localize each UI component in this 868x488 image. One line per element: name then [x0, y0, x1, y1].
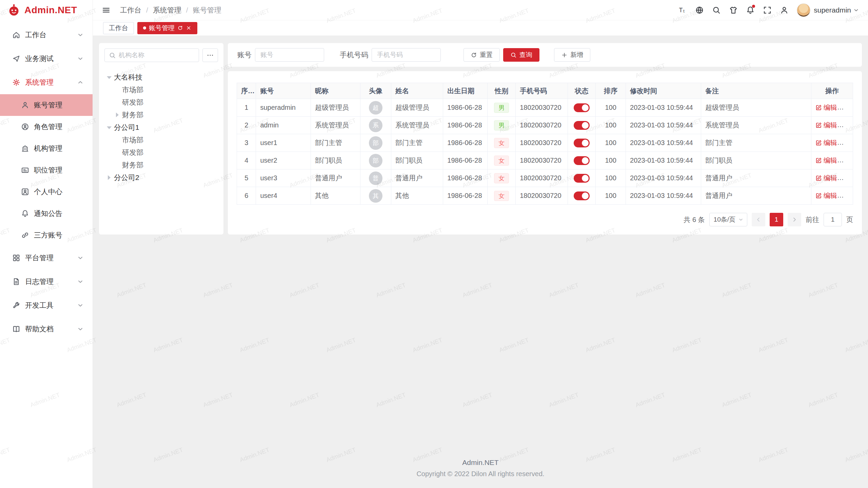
status-toggle[interactable]	[574, 174, 590, 183]
breadcrumb-item-2[interactable]: 账号管理	[193, 5, 221, 15]
tree-node[interactable]: 财务部	[104, 108, 218, 121]
sidebar-item-platform-management[interactable]: 平台管理	[0, 246, 93, 270]
cell-name: 部门职员	[391, 152, 443, 169]
edit-button[interactable]: 编辑	[815, 103, 837, 112]
refresh-icon[interactable]	[177, 25, 183, 31]
sidebar-item-role-management[interactable]: 角色管理	[0, 116, 93, 138]
tag-account-management[interactable]: 账号管理	[137, 22, 197, 34]
caret-right-icon[interactable]	[104, 173, 114, 182]
close-icon[interactable]	[186, 25, 192, 31]
tree-node[interactable]: 财务部	[104, 159, 218, 171]
sidebar-item-notice[interactable]: 通知公告	[0, 203, 93, 224]
log-icon	[12, 278, 20, 286]
status-toggle[interactable]	[574, 103, 590, 112]
edit-button[interactable]: 编辑	[815, 174, 837, 183]
accounts-table: 序号账号昵称头像姓名出生日期性别手机号码状态排序修改时间备注操作 1supera…	[237, 83, 853, 205]
breadcrumb-item-0[interactable]: 工作台	[120, 5, 141, 15]
cell-modified: 2023-01-03 10:59:44	[626, 117, 701, 134]
edit-button-label: 编辑	[824, 174, 837, 183]
sidebar-item-business-test[interactable]: 业务测试	[0, 47, 93, 70]
font-size-button[interactable]: Tt	[675, 2, 690, 18]
goto-page-input[interactable]	[824, 213, 842, 226]
caret-down-icon[interactable]	[104, 123, 114, 132]
sidebar-item-account-management[interactable]: 账号管理	[0, 94, 93, 116]
page-1-button[interactable]: 1	[770, 213, 783, 226]
status-toggle[interactable]	[574, 121, 590, 130]
search-icon	[712, 6, 721, 15]
tree-node[interactable]: 分公司2	[104, 171, 218, 184]
account-input[interactable]	[255, 48, 324, 62]
tree-node[interactable]: 市场部	[104, 83, 218, 96]
user-button[interactable]	[776, 2, 792, 18]
cell-modified: 2023-01-03 10:59:44	[626, 99, 701, 117]
prev-page-button[interactable]	[752, 213, 765, 226]
sidebar-item-third-party-account[interactable]: 三方账号	[0, 224, 93, 246]
phone-input[interactable]	[372, 48, 441, 62]
user-dropdown[interactable]: superadmin	[814, 6, 859, 14]
edit-button[interactable]: 编辑	[815, 121, 837, 130]
fullscreen-button[interactable]	[760, 2, 775, 18]
next-page-button[interactable]	[788, 213, 801, 226]
search-button[interactable]: 查询	[503, 48, 539, 62]
status-toggle[interactable]	[574, 156, 590, 165]
tag-workbench[interactable]: 工作台	[103, 22, 134, 34]
tree-node[interactable]: 市场部	[104, 134, 218, 146]
sidebar-item-org-management[interactable]: 机构管理	[0, 138, 93, 159]
globe-button[interactable]	[692, 2, 707, 18]
tree-node[interactable]: 分公司1	[104, 121, 218, 134]
column-header-9: 排序	[596, 83, 626, 99]
org-tree-panel: 大名科技 市场部 研发部 财务部 分公司1 市场部 研发部 财务	[99, 43, 223, 235]
row-avatar: 超	[369, 101, 382, 115]
cell-ops: 编辑	[811, 152, 853, 169]
reset-button[interactable]: 重置	[463, 48, 500, 62]
caret-right-icon[interactable]	[113, 110, 122, 120]
sidebar-item-dev-tools[interactable]: 开发工具	[0, 293, 93, 317]
caret-down-icon[interactable]	[104, 73, 114, 82]
theme-button[interactable]	[726, 2, 741, 18]
breadcrumb-item-1[interactable]: 系统管理	[153, 5, 181, 15]
tree-more-button[interactable]	[202, 48, 218, 62]
sidebar-item-help-docs[interactable]: 帮助文档	[0, 317, 93, 341]
cell-name: 其他	[391, 187, 443, 205]
svg-text:T: T	[679, 7, 683, 14]
edit-icon	[815, 122, 822, 128]
chevron-down-icon	[77, 255, 84, 261]
bell-button[interactable]	[743, 2, 758, 18]
main-content: 大名科技 市场部 研发部 财务部 分公司1 市场部 研发部 财务	[93, 36, 868, 488]
edit-button-label: 编辑	[824, 138, 837, 147]
sidebar-item-personal-center[interactable]: 个人中心	[0, 181, 93, 203]
cell-phone: 18020030720	[516, 152, 568, 169]
org-search-input[interactable]	[119, 52, 195, 59]
edit-button[interactable]: 编辑	[815, 156, 837, 165]
add-button[interactable]: 新增	[554, 48, 590, 62]
ellipsis-icon	[206, 52, 214, 59]
tree-node[interactable]: 研发部	[104, 146, 218, 159]
cell-gender: 女	[488, 152, 516, 169]
cell-sort: 100	[596, 152, 626, 169]
tree-node[interactable]: 研发部	[104, 96, 218, 108]
sidebar-item-label: 角色管理	[34, 122, 84, 131]
footer-copyright: Copyright © 2022 Dilon All rights reserv…	[99, 470, 862, 478]
cell-remark: 系统管理员	[701, 117, 811, 134]
tree-node[interactable]: 大名科技	[104, 71, 218, 83]
cell-status	[568, 169, 596, 187]
app-root: Admin.NET 工作台 业务测试 系统管理 账号管理 角色管理	[0, 0, 868, 488]
org-search-field[interactable]	[104, 48, 199, 62]
theme-icon	[729, 6, 738, 15]
search-button[interactable]	[709, 2, 724, 18]
column-header-4: 姓名	[391, 83, 443, 99]
user-avatar[interactable]	[797, 3, 810, 17]
collapse-menu-button[interactable]	[98, 2, 114, 18]
app-logo[interactable]: Admin.NET	[0, 0, 93, 20]
edit-icon	[815, 157, 822, 164]
sidebar-item-system-management[interactable]: 系统管理	[0, 70, 93, 94]
status-toggle[interactable]	[574, 191, 590, 200]
page-size-select[interactable]: 10条/页	[709, 213, 747, 226]
sidebar-item-position-management[interactable]: 职位管理	[0, 159, 93, 181]
edit-button[interactable]: 编辑	[815, 138, 837, 147]
edit-button[interactable]: 编辑	[815, 191, 837, 200]
sidebar-item-log-management[interactable]: 日志管理	[0, 270, 93, 293]
sidebar-item-workbench[interactable]: 工作台	[0, 23, 93, 47]
status-toggle[interactable]	[574, 139, 590, 147]
topbar-icon-group: Tt	[675, 2, 792, 18]
